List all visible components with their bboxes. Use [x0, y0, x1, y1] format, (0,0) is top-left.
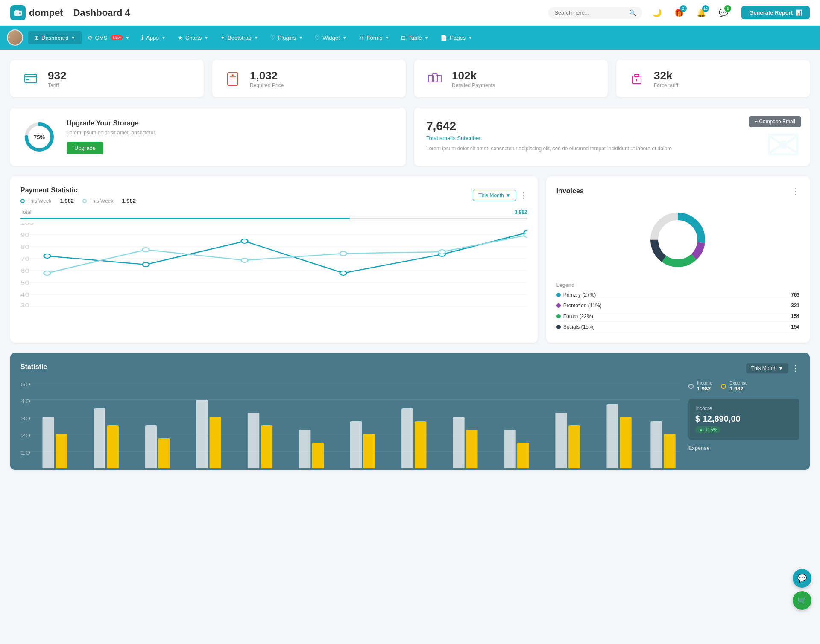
svg-point-41: [143, 248, 149, 252]
svg-point-44: [439, 250, 445, 254]
pages-icon: 📄: [440, 35, 447, 41]
legend-color-promo: [556, 303, 561, 308]
svg-text:40: 40: [20, 399, 30, 405]
legend-row-primary: Primary (27%) 763: [556, 290, 800, 300]
storage-info: Upgrade Your Storage Lorem ipsum dolor s…: [67, 119, 156, 154]
storage-title: Upgrade Your Storage: [67, 119, 156, 127]
svg-text:40: 40: [20, 292, 29, 297]
payments-info: 102k Detalled Payments: [452, 69, 495, 88]
svg-rect-12: [436, 75, 441, 82]
search-box[interactable]: 🔍: [548, 7, 642, 19]
statistic-month-button[interactable]: This Month ▼: [746, 363, 788, 373]
pages-arrow: ▼: [468, 35, 472, 40]
force-info: 32k Force tariff: [654, 69, 678, 88]
svg-rect-85: [466, 430, 477, 468]
svg-rect-1: [15, 10, 19, 12]
bell-btn[interactable]: 🔔 12: [694, 5, 709, 20]
email-card: + Compose Email 7,642 Total emails Subcr…: [414, 108, 810, 166]
apps-icon: ℹ: [141, 35, 144, 41]
legend-dot-2: [82, 199, 87, 203]
generate-report-label: Generate Report: [749, 9, 793, 16]
header-icons: 🌙 🎁 2 🔔 12 💬 5 Generate Report 📊: [649, 5, 810, 20]
navbar: ⊞ Dashboard ▼ ⚙ CMS New ▼ ℹ Apps ▼ ★ Cha…: [0, 26, 820, 50]
forms-icon: 🖨: [359, 35, 364, 41]
legend-label-primary: Primary (27%): [563, 292, 596, 298]
line-chart-wrap: 100 90 80 70 60 50 40 30: [20, 223, 527, 308]
income-panel: Income $ 12,890,00 ▲ +15%: [688, 399, 800, 440]
force-label: Force tariff: [654, 82, 678, 88]
expense-section-label: Expense: [688, 445, 800, 451]
expense-item: Expense 1.982: [721, 380, 748, 392]
nav-item-bootstrap[interactable]: ✦ Bootstrap ▼: [214, 31, 264, 44]
nav-item-pages[interactable]: 📄 Pages ▼: [434, 31, 478, 44]
svg-text:50: 50: [20, 383, 30, 388]
legend-label-promo: Promotion (11%): [563, 303, 602, 309]
apps-arrow: ▼: [161, 35, 166, 40]
stat-card-payments: 102k Detalled Payments: [414, 60, 608, 97]
generate-report-button[interactable]: Generate Report 📊: [741, 6, 810, 19]
nav-item-cms[interactable]: ⚙ CMS New ▼: [82, 31, 136, 44]
progress-fill: [20, 218, 350, 219]
legend-label-forum: Forum (22%): [563, 313, 593, 319]
svg-rect-70: [94, 408, 105, 468]
legend-left-forum: Forum (22%): [556, 313, 593, 319]
legend-heading: Legend: [556, 282, 800, 290]
svg-point-35: [143, 262, 149, 267]
nav-item-table[interactable]: ⊟ Table ▼: [395, 31, 434, 44]
nav-item-widget[interactable]: ♡ Widget ▼: [309, 31, 352, 44]
legend-left-promo: Promotion (11%): [556, 303, 602, 309]
email-bg-icon: ✉: [765, 120, 801, 166]
search-input[interactable]: [554, 9, 626, 16]
this-month-label: This Month: [478, 192, 504, 198]
nav-item-forms[interactable]: 🖨 Forms ▼: [353, 31, 395, 44]
nav-dashboard-label: Dashboard: [41, 35, 69, 41]
svg-text:10: 10: [20, 450, 30, 456]
price-info: 1,032 Required Price: [250, 69, 284, 88]
charts-row: Payment Statistic This Week 1.982 This W…: [10, 176, 810, 343]
dashboard-arrow: ▼: [71, 35, 76, 40]
payment-legend: This Week 1.982 This Week 1.982: [20, 198, 136, 204]
this-month-button[interactable]: This Month ▼: [473, 190, 516, 201]
expense-info: Expense 1.982: [729, 380, 748, 392]
table-icon: ⊟: [401, 35, 406, 41]
payment-chart-title: Payment Statistic: [20, 186, 136, 194]
gift-btn[interactable]: 🎁 2: [671, 5, 687, 20]
svg-point-43: [340, 251, 347, 256]
invoices-title: Invoices: [556, 187, 584, 195]
nav-item-dashboard[interactable]: ⊞ Dashboard ▼: [28, 31, 82, 44]
price-label: Required Price: [250, 82, 284, 88]
income-panel-label: Income: [695, 405, 793, 411]
storage-percent: 75%: [34, 134, 45, 140]
legend-dot-1: [20, 199, 25, 203]
total-val: 3.982: [515, 209, 527, 215]
storage-desc: Lorem ipsum dolor sit amet, onsectetur.: [67, 130, 156, 136]
svg-rect-82: [401, 408, 413, 468]
svg-text:70: 70: [20, 256, 29, 262]
income-circle: [688, 384, 694, 389]
svg-text:30: 30: [20, 416, 30, 422]
cms-arrow: ▼: [125, 35, 129, 40]
svg-text:80: 80: [20, 244, 29, 250]
tariff-icon: [20, 68, 41, 89]
payment-more-button[interactable]: ⋮: [520, 191, 527, 200]
svg-text:100: 100: [20, 223, 34, 226]
invoice-donut-wrap: [556, 201, 800, 279]
moon-btn[interactable]: 🌙: [649, 5, 665, 20]
nav-item-plugins[interactable]: ♡ Plugins ▼: [264, 31, 309, 44]
tariff-info: 932 Tariff: [48, 69, 66, 88]
svg-point-9: [232, 74, 234, 76]
legend-label-socials: Socials (15%): [563, 324, 595, 330]
income-panel-amount: $ 12,890,00: [695, 414, 793, 424]
upgrade-button[interactable]: Upgrade: [67, 142, 103, 154]
legend-num-1: 1.982: [60, 198, 74, 204]
progress-bar: [20, 218, 527, 219]
invoices-more-button[interactable]: ⋮: [792, 186, 800, 196]
nav-item-charts[interactable]: ★ Charts ▼: [172, 31, 214, 44]
statistic-more-button[interactable]: ⋮: [792, 364, 800, 373]
legend-color-forum: [556, 314, 561, 318]
up-arrow-icon: ▲: [699, 427, 703, 432]
income-item: Income 1.982: [688, 380, 712, 392]
chat-btn[interactable]: 💬 5: [716, 5, 731, 20]
expense-num: 1.982: [729, 385, 748, 392]
nav-item-apps[interactable]: ℹ Apps ▼: [135, 31, 172, 44]
